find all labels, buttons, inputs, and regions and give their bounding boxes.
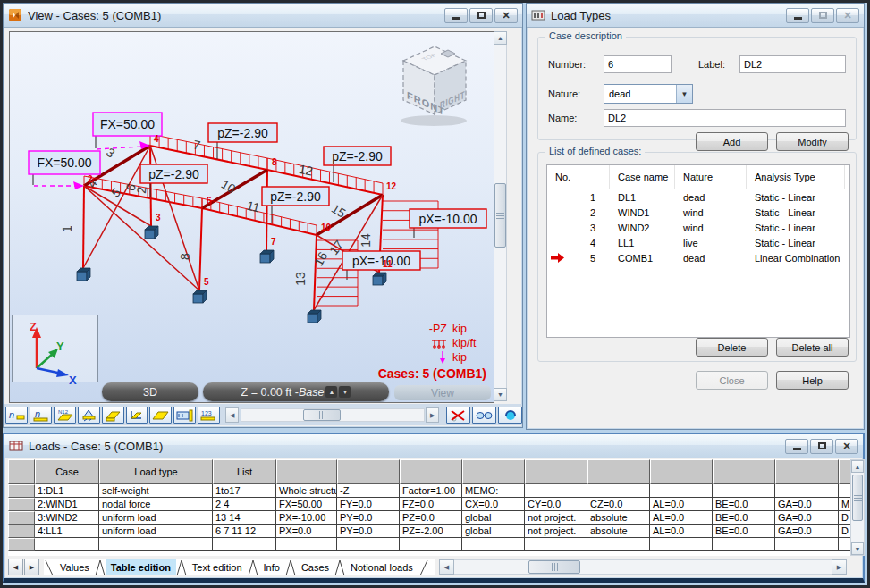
section-cut-off-button[interactable] — [446, 407, 470, 424]
toolbar-scroll-right-icon[interactable]: ▶ — [426, 407, 439, 423]
table-cell[interactable]: uniform load — [99, 525, 213, 538]
tab-info[interactable]: Info — [258, 559, 285, 575]
scroll-down-icon[interactable]: ▼ — [494, 388, 507, 401]
table-cell[interactable]: MEMO: — [462, 484, 525, 498]
table-cell[interactable]: PZ=-2.00 — [400, 525, 462, 538]
table-cell[interactable]: -Z — [337, 484, 400, 498]
tabs-scroll-right-icon[interactable]: ▶ — [24, 559, 39, 575]
case-row[interactable]: 4LL1liveStatic - Linear — [547, 235, 849, 250]
table-cell[interactable]: GA=0.0 — [775, 498, 839, 511]
table-cell[interactable]: absolute — [587, 511, 650, 525]
case-cell-type[interactable]: Static - Linear — [747, 207, 845, 218]
tabs-scroll-left-icon[interactable]: ◀ — [8, 559, 23, 575]
column-header[interactable] — [462, 459, 525, 484]
supports-toggle[interactable] — [78, 407, 100, 424]
case-cell-nature[interactable]: wind — [675, 223, 747, 233]
table-cell[interactable]: PX=0.0 — [276, 525, 337, 538]
table-cell[interactable]: 1:DL1 — [35, 484, 99, 498]
local-axes-toggle[interactable] — [126, 407, 148, 424]
delete-all-button[interactable]: Delete all — [776, 338, 849, 357]
table-cell[interactable]: FX=50.00 — [276, 498, 337, 511]
maximize-button[interactable] — [469, 8, 493, 23]
cases-list-header[interactable]: No.Case nameNatureAnalysis Type — [547, 165, 849, 189]
table-cell[interactable]: PY=0.0 — [337, 511, 400, 525]
case-row[interactable]: 2WIND1windStatic - Linear — [547, 205, 849, 220]
cases-list-column-header[interactable]: No. — [547, 165, 610, 189]
case-row[interactable]: 1DL1deadStatic - Linear — [547, 189, 849, 205]
loads-symbols-toggle[interactable] — [173, 407, 196, 424]
help-button[interactable]: Help — [776, 371, 849, 390]
table-cell[interactable]: D — [839, 511, 850, 525]
case-cell-nature[interactable]: wind — [675, 207, 747, 218]
case-cell-name[interactable]: COMB1 — [610, 253, 675, 264]
view-tab-button[interactable]: View — [394, 385, 491, 400]
table-cell[interactable]: AL=0.0 — [650, 498, 713, 511]
delete-button[interactable]: Delete — [696, 338, 768, 357]
label-field[interactable] — [739, 55, 846, 73]
table-cell[interactable]: PZ=0.0 — [400, 511, 462, 525]
table-cell[interactable] — [525, 538, 587, 551]
table-cell[interactable]: 6 7 11 12 — [213, 525, 276, 538]
minimize-button[interactable] — [786, 8, 809, 23]
table-cell[interactable]: Whole structu — [276, 484, 337, 498]
column-header[interactable]: Case — [35, 459, 99, 484]
node-numbers-toggle[interactable]: n — [5, 407, 28, 424]
table-cell[interactable] — [587, 538, 650, 551]
table-cell[interactable] — [35, 538, 99, 551]
column-header[interactable]: Load type — [99, 459, 213, 484]
row-selector[interactable] — [8, 498, 35, 511]
scroll-up-icon[interactable]: ▲ — [851, 460, 864, 473]
column-header[interactable] — [587, 459, 650, 484]
loads-titlebar[interactable]: Loads - Case: 5 (COMB1) ✕ — [4, 434, 863, 458]
table-cell[interactable] — [775, 538, 839, 551]
bar-numbers-toggle[interactable]: n — [30, 407, 52, 424]
table-cell[interactable]: M — [839, 498, 850, 511]
table-cell[interactable]: not project. — [525, 511, 587, 525]
column-header[interactable] — [525, 459, 587, 484]
table-cell[interactable] — [337, 538, 400, 551]
view-vertical-scrollbar[interactable]: ▲ ▼ — [494, 31, 507, 401]
case-cell-nature[interactable]: live — [675, 238, 747, 248]
case-cell-type[interactable]: Static - Linear — [747, 238, 845, 248]
table-cell[interactable]: uniform load — [99, 511, 213, 525]
column-header[interactable] — [276, 459, 337, 484]
close-button[interactable]: ✕ — [494, 8, 518, 23]
tab-values[interactable]: Values — [55, 559, 95, 575]
table-cell[interactable] — [587, 484, 650, 498]
glasses-view-button[interactable] — [472, 407, 496, 424]
row-selector[interactable] — [8, 484, 35, 498]
level-down-icon[interactable]: ▼ — [339, 386, 351, 398]
load-values-toggle[interactable]: 123 — [198, 407, 220, 424]
case-cell-nature[interactable]: dead — [675, 253, 747, 264]
case-row[interactable]: 3WIND2windStatic - Linear — [547, 220, 849, 235]
dynamic-view-button[interactable] — [498, 407, 522, 424]
column-header[interactable] — [400, 459, 462, 484]
nature-dropdown[interactable]: dead ▼ — [604, 84, 693, 104]
elevation-status[interactable]: Z = 0.00 ft - Base ▲ ▼ — [203, 382, 389, 401]
scroll-right-icon[interactable]: ▶ — [832, 559, 847, 575]
view-titlebar[interactable]: View - Cases: 5 (COMB1) ✕ — [4, 4, 522, 28]
cases-list-column-header[interactable]: Analysis Type — [747, 165, 845, 189]
view-horizontal-scrollbar[interactable] — [241, 408, 424, 422]
case-cell-type[interactable]: Static - Linear — [747, 192, 845, 203]
table-cell[interactable]: 1to17 — [213, 484, 276, 498]
table-cell[interactable]: 2:WIND1 — [35, 498, 99, 511]
table-cell[interactable]: PX=-10.00 — [276, 511, 337, 525]
case-cell-type[interactable]: Linear Combination — [747, 253, 845, 264]
table-cell[interactable]: AL=0.0 — [650, 525, 713, 538]
column-header[interactable] — [839, 459, 850, 484]
structure-3d-view[interactable]: FX=50.00FX=50.00pZ=-2.90pZ=-2.90pZ=-2.90… — [9, 31, 494, 403]
table-cell[interactable]: 4:LL1 — [35, 525, 99, 538]
level-up-icon[interactable]: ▲ — [325, 386, 337, 398]
table-cell[interactable]: PY=0.0 — [337, 525, 400, 538]
table-cell[interactable]: 13 14 — [213, 511, 276, 525]
tab-notional-loads[interactable]: Notional loads — [345, 559, 418, 575]
cases-list-column-header[interactable]: Case name — [610, 165, 675, 189]
close-button[interactable]: ✕ — [836, 8, 859, 23]
maximize-button[interactable] — [810, 439, 833, 454]
table-cell[interactable]: 2 4 — [213, 498, 276, 511]
add-button[interactable]: Add — [696, 132, 768, 151]
table-cell[interactable] — [775, 484, 839, 498]
case-cell-name[interactable]: LL1 — [610, 238, 675, 248]
table-cell[interactable] — [839, 538, 850, 551]
